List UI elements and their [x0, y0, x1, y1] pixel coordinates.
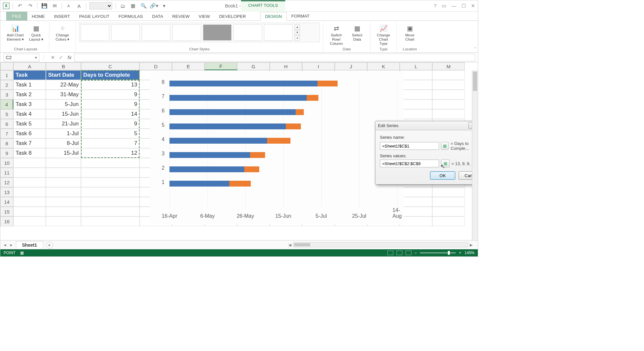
name-box[interactable]: C2▾ — [4, 54, 39, 61]
cell[interactable] — [46, 197, 81, 207]
close-icon[interactable]: ✕ — [471, 3, 475, 9]
collapse-ribbon-icon[interactable]: ˇ — [475, 47, 476, 52]
column-header[interactable]: F — [205, 62, 237, 70]
select-all-corner[interactable] — [0, 62, 13, 70]
sheet-nav-next-icon[interactable]: ► — [9, 243, 13, 247]
cell[interactable]: 15-Jul — [46, 148, 81, 158]
bar-segment-start[interactable] — [169, 152, 250, 158]
row-header[interactable]: 2 — [0, 80, 13, 90]
cell[interactable] — [400, 216, 432, 226]
cell[interactable] — [400, 197, 432, 207]
column-header[interactable]: K — [367, 62, 400, 70]
row-header[interactable]: 10 — [0, 158, 13, 168]
cell[interactable] — [81, 207, 140, 216]
page-break-view-icon[interactable] — [406, 251, 411, 255]
cell[interactable]: Task 7 — [13, 138, 46, 148]
column-header[interactable]: I — [302, 62, 335, 70]
maximize-icon[interactable]: ☐ — [462, 3, 466, 9]
bar-segment-days[interactable] — [307, 95, 318, 101]
cell[interactable] — [432, 207, 465, 216]
switch-row-column-button[interactable]: ⇄Switch Row/ Column — [327, 23, 346, 47]
row-header[interactable]: 15 — [0, 207, 13, 216]
change-chart-type-button[interactable]: 📈Change Chart Type — [374, 23, 393, 47]
cell[interactable] — [400, 99, 432, 109]
cell[interactable] — [432, 90, 465, 99]
row-header[interactable]: 8 — [0, 138, 13, 148]
zoom-out-icon[interactable]: – — [415, 251, 417, 255]
cell[interactable]: Task 5 — [13, 119, 46, 129]
cell[interactable]: 31-May — [46, 90, 81, 99]
tab-page-layout[interactable]: PAGE LAYOUT — [74, 12, 114, 20]
calendar-icon[interactable]: ▦ — [129, 2, 137, 9]
row-header[interactable]: 9 — [0, 148, 13, 158]
bar-segment-days[interactable] — [296, 109, 304, 115]
cell[interactable] — [46, 177, 81, 187]
cancel-formula-icon[interactable]: ✕ — [51, 55, 55, 60]
row-header[interactable]: 12 — [0, 177, 13, 187]
ok-button[interactable]: OK — [430, 171, 455, 180]
preview-icon[interactable]: 🔍 — [140, 2, 147, 9]
qat-customize[interactable]: ▾ — [161, 2, 168, 9]
cell[interactable] — [81, 197, 140, 207]
bar-segment-days[interactable] — [286, 124, 301, 129]
cell[interactable]: 22-May — [46, 80, 81, 90]
chart-styles-gallery[interactable]: ▲▼▾ — [79, 23, 320, 42]
cell[interactable] — [46, 216, 81, 226]
redo-button[interactable]: ↷ — [27, 2, 34, 9]
cell[interactable]: Task 8 — [13, 148, 46, 158]
chain-icon[interactable]: 🔗▾ — [150, 2, 157, 9]
fx-icon[interactable]: fx — [68, 55, 72, 60]
bar-segment-start[interactable] — [169, 95, 307, 101]
bar-segment-days[interactable] — [250, 152, 265, 158]
add-sheet-button[interactable]: + — [46, 241, 53, 249]
save-button[interactable]: 💾 — [41, 2, 48, 9]
bar-segment-start[interactable] — [169, 81, 317, 86]
worksheet-grid[interactable]: ABCDEFGHIJKLM 1TaskStart DateDays to Com… — [0, 62, 478, 240]
bar-segment-start[interactable] — [169, 124, 286, 129]
cell[interactable] — [400, 70, 432, 80]
cell[interactable]: Task — [13, 70, 46, 80]
cell[interactable] — [432, 216, 465, 226]
bar-segment-days[interactable] — [244, 166, 259, 172]
cell[interactable] — [81, 187, 140, 197]
zoom-slider[interactable] — [420, 252, 456, 254]
cell[interactable]: 9 — [81, 99, 140, 109]
cell[interactable] — [400, 109, 432, 119]
column-header[interactable]: C — [81, 62, 140, 70]
range-picker-icon[interactable]: ▦ — [441, 142, 449, 150]
cell[interactable] — [432, 109, 465, 119]
email-button[interactable]: ✉ — [51, 2, 58, 9]
tab-design[interactable]: DESIGN — [260, 12, 287, 21]
cell[interactable]: 12 — [81, 148, 140, 158]
series-name-input[interactable] — [380, 142, 439, 150]
cell[interactable] — [400, 207, 432, 216]
row-header[interactable]: 4 — [0, 99, 13, 109]
select-data-button[interactable]: ▦Select Data — [347, 23, 367, 42]
gallery-down-icon[interactable]: ▼ — [295, 30, 300, 35]
sheet-tab-sheet1[interactable]: Sheet1 — [16, 241, 43, 249]
cell[interactable] — [13, 168, 46, 177]
cell[interactable] — [13, 216, 46, 226]
cell[interactable] — [432, 70, 465, 80]
page-layout-view-icon[interactable] — [396, 251, 402, 255]
zoom-in-icon[interactable]: + — [459, 251, 461, 255]
cell[interactable] — [13, 158, 46, 168]
quick-layout-button[interactable]: ▦Quick Layout ▾ — [26, 23, 46, 42]
cell[interactable] — [81, 177, 140, 187]
cell[interactable] — [46, 187, 81, 197]
row-header[interactable]: 5 — [0, 109, 13, 119]
column-header[interactable]: B — [46, 62, 81, 70]
column-header[interactable]: G — [237, 62, 270, 70]
cell[interactable] — [432, 197, 465, 207]
bar-segment-start[interactable] — [169, 138, 267, 144]
help-icon[interactable]: ? — [434, 3, 436, 9]
tab-formulas[interactable]: FORMULAS — [114, 12, 148, 20]
series-values-input[interactable] — [380, 160, 439, 167]
bar-segment-start[interactable] — [169, 166, 244, 172]
cell[interactable]: 8-Jul — [46, 138, 81, 148]
gallery-more-icon[interactable]: ▾ — [295, 35, 300, 41]
bar-segment-start[interactable] — [169, 181, 229, 187]
tab-format[interactable]: FORMAT — [287, 12, 314, 20]
cell[interactable] — [13, 187, 46, 197]
tab-insert[interactable]: INSERT — [49, 12, 74, 20]
